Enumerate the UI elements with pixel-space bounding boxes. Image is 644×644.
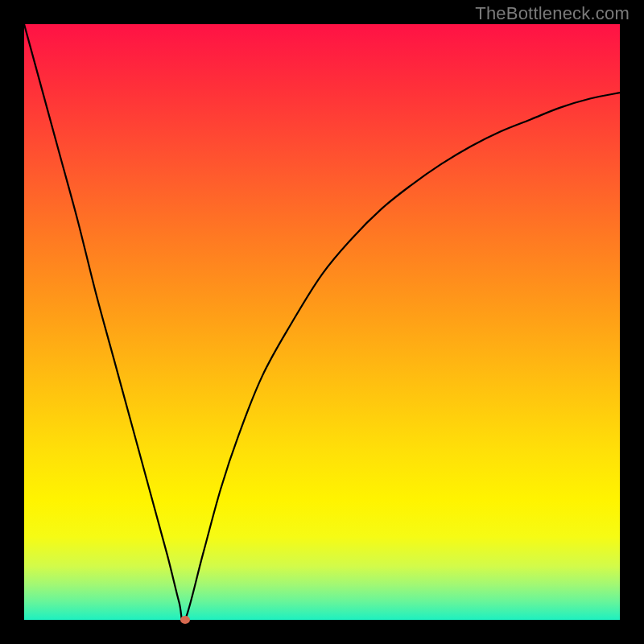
- chart-frame: TheBottleneck.com: [0, 0, 644, 644]
- bottleneck-curve: [24, 24, 620, 620]
- curve-path: [24, 24, 620, 620]
- plot-area: [24, 24, 620, 620]
- watermark-text: TheBottleneck.com: [475, 3, 630, 24]
- minimum-marker: [180, 616, 190, 624]
